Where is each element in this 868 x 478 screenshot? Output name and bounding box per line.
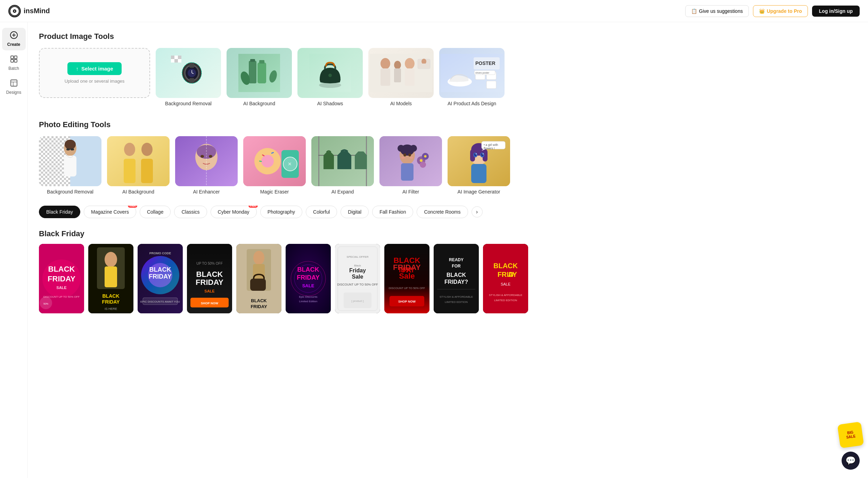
filter-tab-classics[interactable]: Classics: [174, 206, 207, 218]
template-bf6[interactable]: BLACK FRIDAY SALE Epic Discounts Limited…: [286, 244, 331, 313]
template-bf5[interactable]: BLACK FRIDAY: [236, 244, 281, 313]
photo-tool-magic-eraser[interactable]: ✕ Magic Eraser: [243, 136, 306, 195]
filter-tab-magazine[interactable]: Hot Magazine Covers: [84, 206, 136, 218]
svg-point-43: [405, 58, 415, 69]
svg-text:Limited Edition: Limited Edition: [299, 300, 317, 303]
svg-rect-8: [11, 59, 14, 62]
svg-text:BLACK: BLACK: [493, 262, 518, 270]
template-bf1[interactable]: BLACK FRIDAY SALE DISCOUNT UP TO 50% OFF…: [39, 244, 84, 313]
svg-text:FOR: FOR: [452, 264, 461, 269]
tool-img-ai-bg: [227, 48, 292, 98]
svg-point-64: [65, 140, 76, 149]
product-tools-row: ↑ Select image Upload one or several ima…: [39, 48, 857, 106]
svg-text:50%: 50%: [43, 303, 48, 305]
chat-fab[interactable]: 💬: [842, 452, 860, 470]
filter-label-collage: Collage: [147, 209, 163, 215]
svg-text:flowers !: flowers !: [484, 147, 495, 150]
photo-label-bg-removal: Background Removal: [39, 189, 101, 195]
svg-rect-47: [421, 64, 426, 68]
svg-text:FRIDAY: FRIDAY: [196, 278, 223, 287]
svg-text:BLACK: BLACK: [103, 293, 120, 299]
filter-tab-cyber-monday[interactable]: Hot Cyber Monday: [211, 206, 257, 218]
filter-tab-colorful[interactable]: Colorful: [306, 206, 337, 218]
filter-tab-black-friday[interactable]: Black Friday: [39, 206, 80, 218]
photo-tool-ai-filter[interactable]: AI Filter: [379, 136, 442, 195]
filter-tab-fall-fashion[interactable]: Fall Fashion: [372, 206, 413, 218]
svg-rect-32: [259, 60, 264, 64]
svg-text:FRIDAY: FRIDAY: [102, 299, 120, 305]
filter-tab-digital[interactable]: Digital: [341, 206, 369, 218]
filter-tab-collage[interactable]: Collage: [140, 206, 171, 218]
filter-label-digital: Digital: [348, 209, 361, 215]
svg-rect-40: [380, 68, 390, 86]
sidebar-item-designs[interactable]: Designs: [2, 76, 26, 98]
svg-point-96: [398, 145, 404, 152]
svg-text:Friday: Friday: [349, 267, 366, 273]
svg-text:FRIDAY: FRIDAY: [48, 274, 75, 283]
svg-rect-25: [189, 63, 194, 68]
template-bf2[interactable]: BLACK FRIDAY IS HERE: [88, 244, 133, 313]
photo-tool-image-gen[interactable]: • a girl with flowers ! AI Image Generat…: [448, 136, 510, 195]
tool-card-ai-product-ads[interactable]: POSTER shoes poster: [439, 48, 505, 106]
svg-text:BLACK: BLACK: [48, 265, 75, 273]
template-bf10[interactable]: BLACK FRID AY SALE STYLISH & AFFORDABLE …: [483, 244, 528, 313]
filter-next-arrow[interactable]: ›: [472, 206, 483, 217]
template-bf8[interactable]: BLACK FR IDAY FRIDAY Sale DISCOUNT UP TO…: [384, 244, 429, 313]
tool-card-ai-shadows[interactable]: AI Shadows: [297, 48, 363, 106]
sidebar-designs-label: Designs: [6, 90, 21, 95]
login-button[interactable]: Log in/Sign up: [812, 6, 860, 17]
svg-text:SHOP NOW: SHOP NOW: [398, 300, 416, 303]
suggest-label: Give us suggestions: [699, 8, 743, 14]
photo-tool-ai-expand[interactable]: AI Expand: [311, 136, 374, 195]
filter-label-classics: Classics: [181, 209, 199, 215]
svg-point-100: [401, 157, 405, 159]
template-bf4[interactable]: UP TO 50% OFF BLACK FRIDAY SALE SHOP NOW: [187, 244, 232, 313]
select-image-button[interactable]: ↑ Select image: [67, 62, 121, 75]
suggest-button[interactable]: 📋 Give us suggestions: [685, 5, 749, 17]
black-friday-templates: BLACK FRIDAY SALE DISCOUNT UP TO 50% OFF…: [39, 244, 857, 313]
promo-badge[interactable]: BIGSALE: [837, 422, 864, 448]
filter-tab-photography[interactable]: Photography: [260, 206, 302, 218]
template-bf7[interactable]: SPECIAL OFFER Black Friday Sale DISCOUNT…: [335, 244, 380, 313]
svg-point-37: [328, 74, 332, 77]
svg-text:STYLISH & AFFORDABLE: STYLISH & AFFORDABLE: [489, 294, 522, 297]
svg-rect-30: [250, 59, 255, 62]
hot-badge-cyber-monday: Hot: [248, 206, 258, 208]
header-actions: 📋 Give us suggestions 👑 Upgrade to Pro L…: [685, 5, 860, 17]
chat-icon: 💬: [845, 456, 856, 465]
filter-label-magazine: Magazine Covers: [91, 209, 129, 215]
black-friday-title: Black Friday: [39, 229, 857, 238]
svg-point-156: [253, 251, 264, 265]
promo-badge-text: BIGSALE: [845, 430, 856, 439]
upload-card[interactable]: ↑ Select image Upload one or several ima…: [39, 48, 150, 98]
logo[interactable]: insMind: [8, 5, 50, 17]
sidebar-item-batch[interactable]: Batch: [2, 52, 26, 74]
filter-tab-concrete-rooms[interactable]: Concrete Rooms: [417, 206, 468, 218]
svg-rect-158: [250, 279, 266, 291]
svg-text:SPECIAL OFFER: SPECIAL OFFER: [347, 255, 369, 258]
photo-img-magic-eraser: ✕: [243, 136, 306, 186]
sidebar-item-create[interactable]: Create: [2, 28, 26, 50]
photo-tool-enhancer[interactable]: AI Enhancer: [175, 136, 238, 195]
template-bf3[interactable]: PROMO CODE BLACK FRIDAY EPIC DISCOUNTS A…: [138, 244, 183, 313]
svg-rect-54: [486, 81, 496, 89]
svg-text:Sale: Sale: [399, 272, 415, 280]
svg-point-41: [394, 61, 401, 69]
tool-card-ai-models[interactable]: AI Models: [368, 48, 434, 106]
upgrade-button[interactable]: 👑 Upgrade to Pro: [753, 5, 808, 17]
sidebar: Create Batch Designs: [0, 22, 28, 478]
svg-text:SALE: SALE: [501, 282, 510, 286]
template-bf9[interactable]: READY FOR BLACK FRIDAY? STYLISH & AFFORD…: [434, 244, 479, 313]
tool-card-ai-bg[interactable]: AI Background: [227, 48, 292, 106]
svg-rect-10: [11, 80, 17, 86]
svg-rect-29: [249, 61, 256, 83]
svg-rect-7: [14, 56, 17, 59]
photo-tool-bg-removal[interactable]: Background Removal: [39, 136, 101, 195]
svg-rect-71: [124, 159, 136, 183]
photo-img-bg-removal: [39, 136, 101, 186]
tool-card-bg-removal[interactable]: Background Removal: [156, 48, 221, 106]
photo-tool-ai-bg[interactable]: AI Background: [107, 136, 170, 195]
svg-text:AY: AY: [508, 271, 517, 278]
svg-rect-16: [174, 59, 178, 63]
svg-text:EPIC DISCOUNTS AWAIT YOU: EPIC DISCOUNTS AWAIT YOU: [140, 300, 180, 303]
